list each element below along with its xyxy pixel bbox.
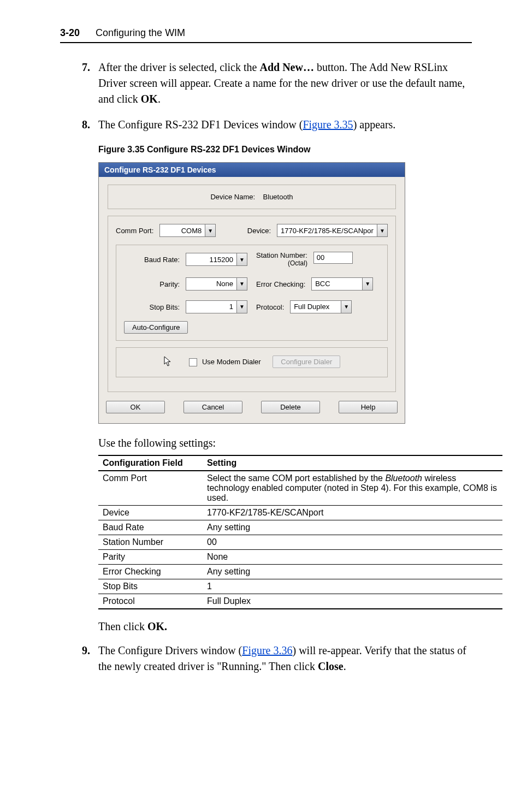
table-row: Comm Port Select the same COM port estab…	[98, 471, 502, 506]
protocol-value: Full Duplex	[291, 303, 341, 311]
protocol-label: Protocol:	[256, 303, 284, 311]
chevron-down-icon: ▼	[236, 253, 247, 265]
text: After the driver is selected, click the	[98, 61, 259, 73]
figure-caption: Figure 3.35 Configure RS-232 DF1 Devices…	[98, 145, 472, 155]
text: The Configure RS-232 DF1 Devices window …	[98, 118, 303, 131]
table-row: Protocol Full Duplex	[98, 594, 502, 609]
bold-close: Close	[318, 660, 344, 672]
step-9: 9. The Configure Drivers window (Figure …	[82, 643, 472, 674]
table-header-setting: Setting	[203, 455, 502, 471]
main-settings-group: Comm Port: COM8 ▼ Device: 1770-KF2/1785-…	[108, 216, 396, 392]
error-checking-value: BCC	[312, 280, 362, 288]
delete-button[interactable]: Delete	[261, 401, 320, 413]
figure-link[interactable]: Figure 3.36	[242, 644, 292, 656]
cell-setting: Any setting	[203, 564, 502, 579]
step-number: 9.	[82, 643, 98, 674]
cell-setting: 00	[203, 535, 502, 549]
stop-bits-value: 1	[186, 303, 236, 311]
comm-port-label: Comm Port:	[116, 227, 153, 235]
dialog-titlebar: Configure RS-232 DF1 Devices	[99, 163, 405, 177]
chevron-down-icon: ▼	[236, 301, 247, 313]
chevron-down-icon: ▼	[377, 224, 387, 236]
cell-setting: Select the same COM port established by …	[203, 471, 502, 506]
auto-configure-button[interactable]: Auto-Configure	[124, 321, 188, 334]
error-checking-label: Error Checking:	[256, 280, 305, 288]
use-following-text: Use the following settings:	[98, 437, 472, 449]
stop-bits-select[interactable]: 1 ▼	[186, 300, 247, 313]
cell-field: Station Number	[98, 535, 203, 549]
table-row: Station Number 00	[98, 535, 502, 549]
page-title: Configuring the WIM	[96, 27, 185, 38]
device-value: 1770-KF2/1785-KE/SCANpor	[277, 227, 377, 235]
cell-field: Error Checking	[98, 564, 203, 579]
baud-rate-select[interactable]: 115200 ▼	[186, 253, 247, 266]
dialog-button-row: OK Cancel Delete Help	[108, 399, 396, 416]
parity-select[interactable]: None ▼	[186, 277, 247, 291]
step-text: After the driver is selected, click the …	[98, 60, 472, 107]
cursor-icon	[163, 355, 173, 369]
cell-field: Device	[98, 505, 203, 520]
modem-group: Use Modem Dialer Configure Dialer	[116, 347, 388, 377]
baud-rate-label: Baud Rate:	[144, 256, 180, 264]
baud-rate-value: 115200	[186, 256, 236, 264]
then-click-text: Then click OK.	[98, 620, 472, 633]
cell-field: Baud Rate	[98, 520, 203, 535]
parity-value: None	[186, 280, 236, 288]
parity-label: Parity:	[159, 280, 180, 288]
text: Then click	[98, 620, 147, 632]
step-text: The Configure Drivers window (Figure 3.3…	[98, 643, 472, 674]
stop-bits-label: Stop Bits:	[150, 303, 180, 311]
comm-port-value: COM8	[160, 227, 205, 235]
device-name-value: Bluetooth	[263, 193, 293, 201]
chevron-down-icon: ▼	[205, 224, 215, 236]
text: .	[344, 660, 346, 672]
use-modem-label: Use Modem Dialer	[202, 358, 261, 366]
cell-field: Stop Bits	[98, 579, 203, 594]
text: Select the same COM port established by …	[207, 473, 385, 483]
text: The Configure Drivers window (	[98, 644, 242, 656]
device-select[interactable]: 1770-KF2/1785-KE/SCANpor ▼	[277, 224, 388, 237]
comm-port-select[interactable]: COM8 ▼	[159, 224, 216, 237]
inner-settings-group: Baud Rate: 115200 ▼ Station Number: (Oct…	[116, 245, 388, 341]
page-number: 3-20	[60, 27, 80, 38]
step-text: The Configure RS-232 DF1 Devices window …	[98, 117, 472, 133]
ok-button[interactable]: OK	[106, 401, 165, 413]
table-row: Error Checking Any setting	[98, 564, 502, 579]
cancel-button[interactable]: Cancel	[183, 401, 242, 413]
chevron-down-icon: ▼	[236, 278, 247, 290]
table-row: Baud Rate Any setting	[98, 520, 502, 535]
device-name-label: Device Name:	[210, 193, 255, 201]
comm-port-row: Comm Port: COM8 ▼	[116, 224, 216, 237]
station-number-label: Station Number:	[256, 251, 307, 259]
cell-setting: Any setting	[203, 520, 502, 535]
help-button[interactable]: Help	[339, 401, 398, 413]
cell-setting: 1	[203, 579, 502, 594]
station-number-sublabel: (Octal)	[288, 259, 307, 267]
cell-field: Parity	[98, 549, 203, 564]
device-row: Device: 1770-KF2/1785-KE/SCANpor ▼	[247, 224, 388, 237]
config-dialog: Configure RS-232 DF1 Devices Device Name…	[98, 162, 405, 424]
table-row: Device 1770-KF2/1785-KE/SCANport	[98, 505, 502, 520]
bold-add-new: Add New…	[259, 61, 313, 73]
step-number: 7.	[82, 60, 98, 107]
cell-setting: Full Duplex	[203, 594, 502, 609]
use-modem-checkbox[interactable]	[189, 358, 197, 366]
cell-field: Protocol	[98, 594, 203, 609]
bold-ok: OK	[141, 93, 158, 105]
text: ) appears.	[353, 118, 396, 131]
chevron-down-icon: ▼	[362, 278, 372, 290]
step-number: 8.	[82, 117, 98, 133]
settings-table: Configuration Field Setting Comm Port Se…	[98, 455, 502, 609]
device-name-group: Device Name: Bluetooth	[108, 185, 396, 209]
table-row: Stop Bits 1	[98, 579, 502, 594]
protocol-select[interactable]: Full Duplex ▼	[290, 300, 352, 313]
error-checking-select[interactable]: BCC ▼	[311, 277, 373, 291]
cell-setting: None	[203, 549, 502, 564]
table-row: Parity None	[98, 549, 502, 564]
figure-link[interactable]: Figure 3.35	[303, 118, 353, 131]
device-label: Device:	[247, 227, 271, 235]
cell-field: Comm Port	[98, 471, 203, 506]
page-header: 3-20 Configuring the WIM	[60, 27, 472, 43]
station-number-input[interactable]: 00	[313, 252, 353, 264]
step-7: 7. After the driver is selected, click t…	[82, 60, 472, 107]
